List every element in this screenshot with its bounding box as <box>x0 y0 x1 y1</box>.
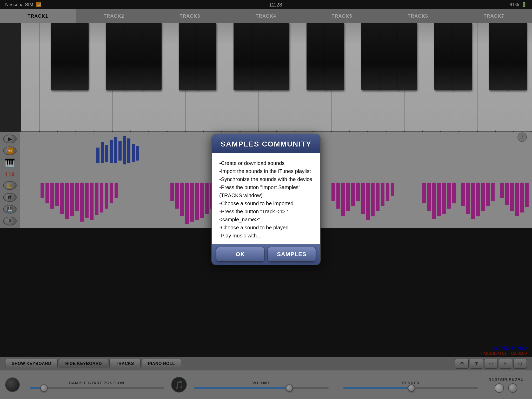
dialog-text: -Create or download sounds -Import the s… <box>219 159 313 240</box>
dialog: SAMPLES COMMUNITY -Create or download so… <box>211 134 321 265</box>
modal-overlay: SAMPLES COMMUNITY -Create or download so… <box>0 0 532 399</box>
dialog-body: -Create or download sounds -Import the s… <box>212 153 320 244</box>
dialog-title: SAMPLES COMMUNITY <box>218 140 314 148</box>
dialog-samples-button[interactable]: SAMPLES <box>268 247 316 262</box>
dialog-footer: OK SAMPLES <box>212 244 320 265</box>
dialog-header: SAMPLES COMMUNITY <box>212 134 320 153</box>
dialog-ok-button[interactable]: OK <box>216 247 264 262</box>
